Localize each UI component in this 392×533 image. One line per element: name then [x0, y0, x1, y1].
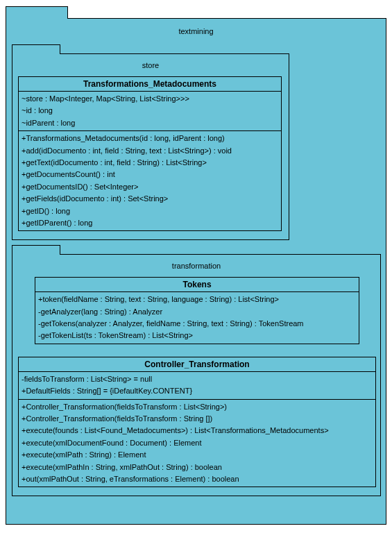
- operation: +token(fieldName : String, text : String…: [38, 294, 356, 305]
- operation: +execute(founds : List<Found_Metadocumen…: [22, 425, 373, 437]
- attribute: ~store : Map<Integer, Map<String, List<S…: [22, 93, 278, 105]
- operation: +execute(xmlPath : String) : Element: [22, 449, 373, 461]
- class-title: Controller_Transformation: [19, 357, 375, 372]
- class-title: Tokens: [35, 278, 359, 292]
- operation: +out(xmlPathOut : String, eTransformatio…: [22, 473, 373, 485]
- operation: -getAnalyzer(lang : String) : Analyzer: [38, 306, 356, 318]
- package-transformation: transformation Tokens +token(fieldName :…: [12, 254, 381, 496]
- attribute: +DefaultFields : String[] = {iDefaultKey…: [22, 385, 373, 397]
- operation: +Controller_Transformation(fieldsToTrans…: [22, 401, 373, 413]
- operation: +getFields(idDocumento : int) : Set<Stri…: [22, 193, 278, 205]
- attribute: ~idParent : long: [22, 117, 278, 129]
- attribute: ~id : long: [22, 105, 278, 117]
- operation: +Transformations_Metadocuments(id : long…: [22, 133, 278, 144]
- package-store: store Transformations_Metadocuments ~sto…: [12, 53, 289, 240]
- class-transformations-metadocuments: Transformations_Metadocuments ~store : M…: [18, 76, 282, 231]
- operation: +getDocumentsCount() : int: [22, 169, 278, 180]
- operation: -getTokenList(ts : TokenStream) : List<S…: [38, 330, 356, 341]
- operation: +getID() : long: [22, 205, 278, 217]
- operation: +execute(xmlPathIn : String, xmlPathOut …: [22, 462, 373, 473]
- class-attributes: ~store : Map<Integer, Map<String, List<S…: [19, 92, 281, 131]
- operation: +add(idDocumento : int, field : String, …: [22, 145, 278, 157]
- operation: +getDocumentsID() : Set<Integer>: [22, 181, 278, 193]
- class-operations: +Transformations_Metadocuments(id : long…: [19, 131, 281, 230]
- class-operations: +Controller_Transformation(fieldsToTrans…: [19, 400, 375, 487]
- package-tab: [12, 245, 60, 255]
- class-controller-transformation: Controller_Transformation -fieldsToTrans…: [18, 357, 376, 488]
- package-title-textmining: textmining: [12, 24, 380, 41]
- attribute: -fieldsToTransform : List<String> = null: [22, 373, 373, 385]
- operation: -getTokens(analyzer : Analyzer, fieldNam…: [38, 318, 356, 330]
- class-tokens: Tokens +token(fieldName : String, text :…: [35, 277, 359, 344]
- class-operations: +token(fieldName : String, text : String…: [35, 292, 359, 344]
- package-title-store: store: [18, 58, 283, 75]
- package-title-transformation: transformation: [18, 259, 375, 276]
- class-title: Transformations_Metadocuments: [19, 77, 281, 92]
- operation: +execute(xmlDocumentFound : Document) : …: [22, 437, 373, 449]
- package-tab: [12, 44, 60, 54]
- class-attributes: -fieldsToTransform : List<String> = null…: [19, 372, 375, 400]
- package-tab: [6, 6, 68, 19]
- operation: +Controller_Transformation(fieldsToTrans…: [22, 413, 373, 425]
- operation: +getText(idDocumento : int, field : Stri…: [22, 157, 278, 169]
- operation: +getIDParent() : long: [22, 217, 278, 229]
- package-textmining: textmining store Transformations_Metadoc…: [6, 18, 386, 525]
